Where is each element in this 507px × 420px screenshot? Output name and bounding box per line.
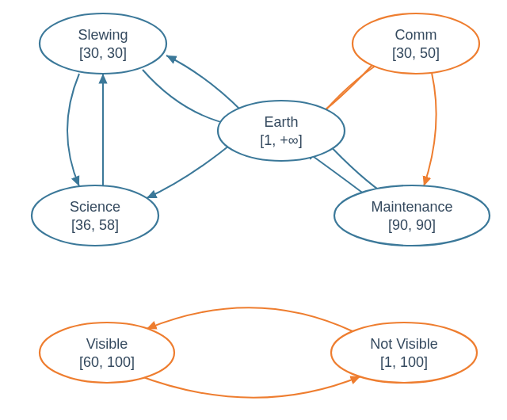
- svg-point-4: [334, 185, 490, 246]
- svg-point-0: [40, 13, 166, 74]
- svg-point-6: [331, 323, 477, 383]
- node-visible-label: Visible: [86, 336, 128, 352]
- node-earth: Earth [1, +∞]: [218, 101, 345, 161]
- node-maintenance: Maintenance [90, 90]: [334, 185, 490, 246]
- edge-slewing-to-science: [67, 74, 79, 186]
- node-visible-range: [60, 100]: [79, 354, 135, 370]
- node-earth-label: Earth: [264, 114, 298, 130]
- node-slewing-range: [30, 30]: [79, 45, 127, 61]
- node-notvisible-range: [1, 100]: [380, 354, 428, 370]
- svg-point-5: [40, 323, 174, 383]
- node-maintenance-range: [90, 90]: [388, 217, 436, 233]
- svg-point-2: [218, 101, 345, 161]
- node-comm-label: Comm: [395, 27, 437, 43]
- edge-comm-to-maintenance: [424, 73, 436, 186]
- edge-earth-to-science: [147, 139, 238, 198]
- node-comm: Comm [30, 50]: [353, 13, 479, 74]
- node-science-range: [36, 58]: [71, 217, 119, 233]
- node-comm-range: [30, 50]: [392, 45, 440, 61]
- node-science-label: Science: [70, 199, 120, 215]
- edge-slewing-to-earth: [143, 70, 234, 125]
- svg-point-3: [32, 185, 158, 246]
- node-slewing-label: Slewing: [78, 27, 128, 43]
- edge-notvisible-to-visible: [147, 307, 353, 331]
- edge-earth-to-slewing: [166, 55, 242, 111]
- node-notvisible-label: Not Visible: [370, 336, 438, 352]
- node-science: Science [36, 58]: [32, 185, 158, 246]
- edge-visible-to-notvisible: [135, 374, 360, 398]
- node-maintenance-label: Maintenance: [371, 199, 452, 215]
- node-visible: Visible [60, 100]: [40, 323, 174, 383]
- svg-point-1: [353, 13, 479, 74]
- node-slewing: Slewing [30, 30]: [40, 13, 166, 74]
- node-earth-range: [1, +∞]: [260, 132, 302, 148]
- node-notvisible: Not Visible [1, 100]: [331, 323, 477, 383]
